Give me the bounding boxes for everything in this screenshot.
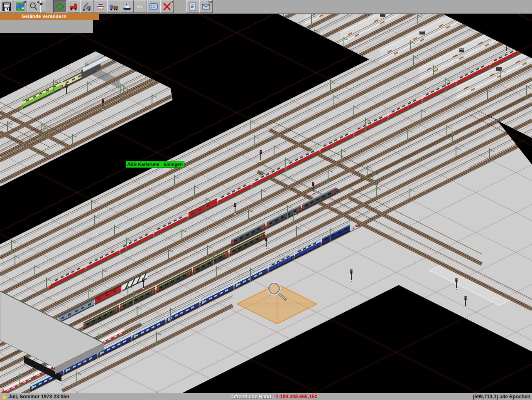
truck-icon bbox=[109, 2, 119, 12]
save-disk-icon bbox=[2, 2, 12, 12]
daytime-sun-icon bbox=[1, 394, 7, 400]
status-balance: -1.189.398.665,15¢ bbox=[274, 393, 317, 400]
terrain-dialog-titlebar[interactable]: Gelände verändern bbox=[0, 13, 99, 20]
sign-icon bbox=[149, 2, 159, 12]
simutrans-window: MAR+B Gelände verändern ABS Karlsruhe - … bbox=[0, 0, 532, 400]
status-bar: Juli, Sommer 1973 23:05h Öffentliche Han… bbox=[0, 393, 532, 400]
status-date: Juli, Sommer 1973 23:05h bbox=[8, 393, 69, 400]
ship-icon bbox=[122, 2, 132, 12]
road-tools-button[interactable] bbox=[67, 0, 80, 13]
game-viewport[interactable] bbox=[0, 0, 532, 400]
terrain-dialog-toolbar bbox=[0, 20, 93, 33]
zoom-dropdown-button[interactable] bbox=[40, 0, 46, 13]
line-label[interactable]: ABS Karlsruhe - Solingen bbox=[125, 161, 184, 168]
main-toolbar: MAR+B bbox=[0, 0, 532, 14]
ship-tools-button[interactable] bbox=[120, 0, 134, 13]
list-icon bbox=[188, 2, 198, 12]
terrain-tools-button[interactable] bbox=[53, 0, 66, 13]
hotkey-label: R bbox=[170, 0, 173, 4]
map-button[interactable]: M bbox=[14, 0, 27, 13]
road-icon bbox=[69, 2, 78, 12]
rail-icon bbox=[96, 2, 105, 12]
sign-tools-button[interactable] bbox=[147, 0, 160, 13]
rail-tools-button[interactable] bbox=[94, 0, 107, 13]
status-player-name: Öffentliche Hand bbox=[231, 393, 271, 400]
special-tools-button[interactable] bbox=[107, 0, 120, 13]
dropdown-icon bbox=[38, 2, 48, 12]
messages-button[interactable]: +B bbox=[199, 0, 213, 13]
status-coordinates-epoch: (599,713,1) alle Epochen bbox=[473, 393, 530, 400]
construction-tools-button[interactable] bbox=[80, 0, 93, 13]
slope-icon bbox=[55, 2, 65, 12]
terrain-dialog: Gelände verändern bbox=[0, 13, 99, 33]
remove-button[interactable]: R bbox=[160, 0, 174, 13]
hotkey-label: M bbox=[23, 0, 26, 4]
lists-button[interactable] bbox=[186, 0, 199, 13]
dialog-title: Gelände verändern bbox=[22, 14, 66, 19]
airplane-icon bbox=[135, 2, 145, 12]
save-game-button[interactable] bbox=[0, 0, 13, 13]
hotkey-label: A bbox=[37, 0, 39, 4]
construction-icon bbox=[82, 2, 92, 12]
air-tools-button[interactable] bbox=[134, 0, 147, 13]
hotkey-label: +B bbox=[208, 0, 212, 4]
